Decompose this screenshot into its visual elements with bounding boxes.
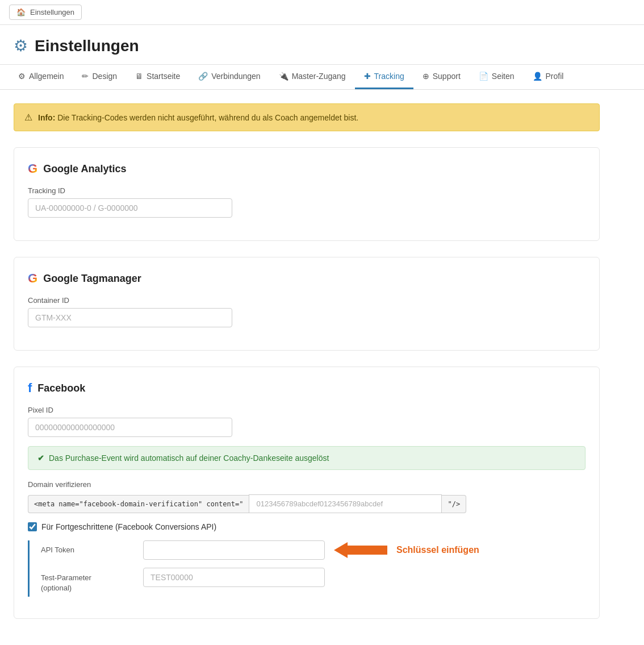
- facebook-header: f Facebook: [28, 381, 586, 396]
- seiten-icon: 📄: [479, 72, 488, 81]
- tab-allgemein-label: Allgemein: [29, 72, 64, 81]
- top-bar: 🏠 Einstellungen: [0, 0, 644, 25]
- tab-allgemein[interactable]: ⚙ Allgemein: [9, 65, 73, 89]
- warning-icon: ⚠: [24, 112, 32, 123]
- tab-tracking-label: Tracking: [374, 72, 404, 81]
- tab-seiten-label: Seiten: [492, 72, 515, 81]
- arrow-body: [348, 546, 387, 555]
- facebook-section: f Facebook Pixel ID ✔ Das Purchase-Event…: [14, 367, 600, 619]
- meta-tag-suffix: "/>: [442, 495, 466, 513]
- tab-verbindungen[interactable]: 🔗 Verbindungen: [189, 65, 269, 89]
- api-token-input[interactable]: [143, 540, 325, 560]
- profil-icon: 👤: [533, 72, 542, 81]
- tracking-id-input[interactable]: [28, 198, 232, 218]
- tracking-id-label: Tracking ID: [28, 186, 586, 195]
- meta-tag-input[interactable]: [249, 494, 442, 513]
- info-bold: Info:: [38, 113, 55, 122]
- info-banner: ⚠ Info: Die Tracking-Codes werden nicht …: [14, 103, 600, 131]
- google-tagmanager-section: G Google Tagmanager Container ID: [14, 257, 600, 351]
- tab-profil[interactable]: 👤 Profil: [524, 65, 573, 89]
- tab-support[interactable]: ⊕ Support: [413, 65, 470, 89]
- allgemein-icon: ⚙: [18, 72, 26, 81]
- api-token-input-area: Schlüssel einfügen: [143, 540, 586, 560]
- google-tagmanager-icon: G: [28, 271, 37, 286]
- facebook-title: Facebook: [37, 382, 85, 394]
- container-id-field-group: Container ID: [28, 296, 586, 327]
- main-content: ⚠ Info: Die Tracking-Codes werden nicht …: [0, 90, 613, 645]
- domain-verify-label: Domain verifizieren: [28, 480, 586, 489]
- check-icon: ✔: [37, 453, 44, 463]
- tab-support-label: Support: [433, 72, 461, 81]
- pixel-id-input[interactable]: [28, 418, 232, 437]
- arrow-head: [334, 542, 348, 558]
- design-icon: ✏: [82, 72, 89, 81]
- advanced-checkbox-row: Für Fortgeschrittene (Facebook Conversio…: [28, 522, 586, 531]
- advanced-checkbox[interactable]: [28, 522, 37, 531]
- breadcrumb-home[interactable]: 🏠 Einstellungen: [9, 5, 82, 20]
- tab-master-zugang[interactable]: 🔌 Master-Zugang: [270, 65, 355, 89]
- tab-verbindungen-label: Verbindungen: [211, 72, 260, 81]
- domain-verify-section: Domain verifizieren <meta name="facebook…: [28, 480, 586, 513]
- tab-startseite[interactable]: 🖥 Startseite: [126, 65, 189, 89]
- purchase-event-info: ✔ Das Purchase-Event wird automatisch au…: [28, 446, 586, 470]
- test-param-label: Test-Parameter(optional): [41, 568, 132, 593]
- google-tagmanager-title: Google Tagmanager: [43, 273, 141, 285]
- purchase-event-text: Das Purchase-Event wird automatisch auf …: [49, 453, 329, 463]
- google-analytics-header: G Google Analytics: [28, 161, 586, 176]
- advanced-checkbox-label[interactable]: Für Fortgeschrittene (Facebook Conversio…: [41, 522, 216, 531]
- tab-design-label: Design: [92, 72, 117, 81]
- tab-tracking[interactable]: ✚ Tracking: [355, 65, 413, 89]
- meta-tag-row: <meta name="facebook-domain-verification…: [28, 494, 586, 513]
- advanced-section: API Token Schlüssel einfügen Test-Parame…: [28, 540, 586, 597]
- tracking-icon: ✚: [364, 72, 371, 81]
- verbindungen-icon: 🔗: [198, 72, 208, 81]
- tab-profil-label: Profil: [546, 72, 564, 81]
- test-param-input[interactable]: [143, 568, 325, 587]
- startseite-icon: 🖥: [135, 72, 143, 81]
- api-token-label: API Token: [41, 540, 132, 554]
- tab-seiten[interactable]: 📄 Seiten: [470, 65, 524, 89]
- meta-tag-prefix: <meta name="facebook-domain-verification…: [28, 495, 249, 513]
- google-tagmanager-header: G Google Tagmanager: [28, 271, 586, 286]
- tab-startseite-label: Startseite: [147, 72, 180, 81]
- google-analytics-title: Google Analytics: [43, 163, 126, 175]
- schluessel-label: Schlüssel einfügen: [396, 545, 479, 555]
- info-main-text: Die Tracking-Codes werden nicht ausgefüh…: [55, 113, 358, 122]
- container-id-input[interactable]: [28, 308, 232, 327]
- support-icon: ⊕: [423, 72, 429, 81]
- home-icon: 🏠: [16, 8, 26, 16]
- info-text: Info: Die Tracking-Codes werden nicht au…: [38, 113, 358, 122]
- breadcrumb-label: Einstellungen: [30, 8, 74, 16]
- tab-master-zugang-label: Master-Zugang: [292, 72, 346, 81]
- tracking-id-field-group: Tracking ID: [28, 186, 586, 218]
- google-analytics-section: G Google Analytics Tracking ID: [14, 147, 600, 241]
- pixel-id-field-group: Pixel ID: [28, 406, 586, 437]
- arrow-indicator: [334, 542, 387, 558]
- test-param-row: Test-Parameter(optional): [41, 568, 586, 597]
- tab-navigation: ⚙ Allgemein ✏ Design 🖥 Startseite 🔗 Verb…: [0, 65, 644, 90]
- master-zugang-icon: 🔌: [279, 72, 288, 81]
- tab-design[interactable]: ✏ Design: [73, 65, 126, 89]
- settings-icon: ⚙: [14, 36, 28, 55]
- page-title: Einstellungen: [35, 37, 139, 55]
- api-token-row: API Token Schlüssel einfügen: [41, 540, 586, 560]
- pixel-id-label: Pixel ID: [28, 406, 586, 414]
- container-id-label: Container ID: [28, 296, 586, 305]
- facebook-icon: f: [28, 381, 32, 396]
- page-header: ⚙ Einstellungen: [0, 25, 644, 65]
- google-analytics-icon: G: [28, 161, 37, 176]
